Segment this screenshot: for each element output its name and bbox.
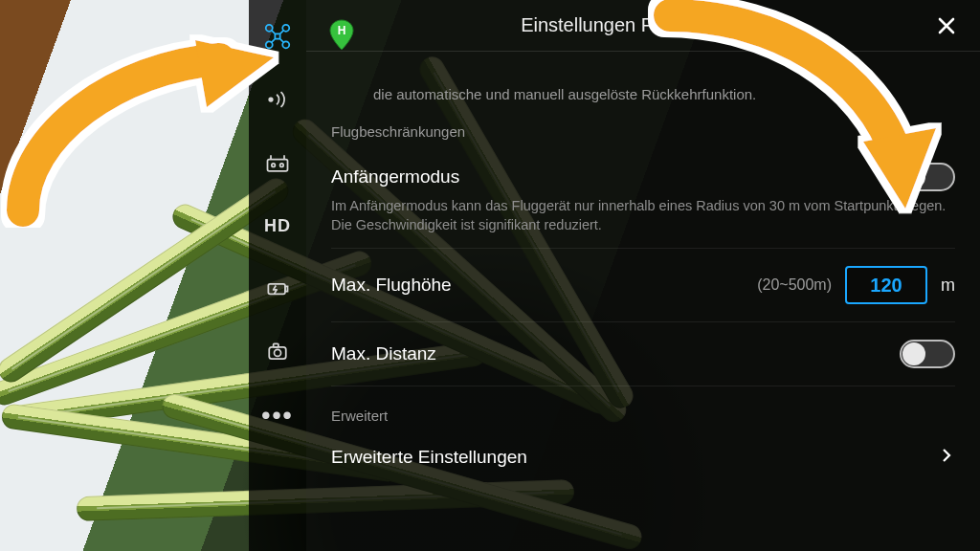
svg-rect-5 xyxy=(268,160,288,171)
svg-point-2 xyxy=(266,41,273,48)
max-distance-label: Max. Distanz xyxy=(331,343,436,364)
nav-aircraft-icon[interactable] xyxy=(262,21,293,52)
max-altitude-unit: m xyxy=(941,276,955,296)
advanced-settings-label: Erweiterte Einstellungen xyxy=(331,447,527,468)
beginner-mode-label: Anfängermodus xyxy=(331,166,459,187)
nav-battery-icon[interactable] xyxy=(262,274,293,304)
nav-hd-icon[interactable]: HD xyxy=(262,210,293,241)
svg-point-4 xyxy=(268,97,273,101)
section-advanced: Erweitert xyxy=(331,408,955,424)
max-altitude-input[interactable]: 120 xyxy=(845,266,927,304)
svg-point-11 xyxy=(275,349,281,356)
svg-point-0 xyxy=(266,25,273,32)
nav-more-icon[interactable]: ••• xyxy=(262,400,293,430)
svg-rect-9 xyxy=(285,286,288,291)
svg-point-6 xyxy=(272,164,276,167)
row-beginner-mode: Anfängermodus xyxy=(331,145,955,197)
app-stage: HD ••• Einstellungen Fernsteuerung H die… xyxy=(0,0,980,551)
close-icon[interactable] xyxy=(930,10,963,42)
nav-signal-icon[interactable] xyxy=(262,84,293,115)
row-advanced-settings[interactable]: Erweiterte Einstellungen xyxy=(331,430,955,485)
panel-title: Einstellungen Fernsteuerung xyxy=(521,14,766,36)
chevron-right-icon xyxy=(938,447,955,468)
nav-controller-icon[interactable] xyxy=(262,147,293,178)
row-max-altitude: Max. Flughöhe (20~500m) 120 m xyxy=(331,249,955,322)
svg-rect-12 xyxy=(274,343,278,347)
panel-body: H die automatische und manuell ausgelöst… xyxy=(306,52,980,551)
panel-header: Einstellungen Fernsteuerung xyxy=(306,0,980,52)
beginner-mode-toggle[interactable] xyxy=(900,163,955,191)
rth-note: die automatische und manuell ausgelöste … xyxy=(373,86,955,102)
row-max-distance: Max. Distanz xyxy=(331,322,955,386)
settings-panel: Einstellungen Fernsteuerung H die automa… xyxy=(306,0,980,551)
beginner-mode-desc: Im Anfängermodus kann das Fluggerät nur … xyxy=(331,197,955,234)
svg-point-3 xyxy=(282,41,289,48)
svg-point-7 xyxy=(280,164,284,167)
svg-point-1 xyxy=(282,25,289,32)
settings-nav-rail: HD ••• xyxy=(249,0,306,551)
max-altitude-range: (20~500m) xyxy=(757,276,832,294)
max-altitude-label: Max. Flughöhe xyxy=(331,275,452,296)
nav-gimbal-icon[interactable] xyxy=(262,337,293,367)
section-flight-restrictions: Flugbeschränkungen xyxy=(331,123,955,140)
max-distance-toggle[interactable] xyxy=(900,340,955,368)
